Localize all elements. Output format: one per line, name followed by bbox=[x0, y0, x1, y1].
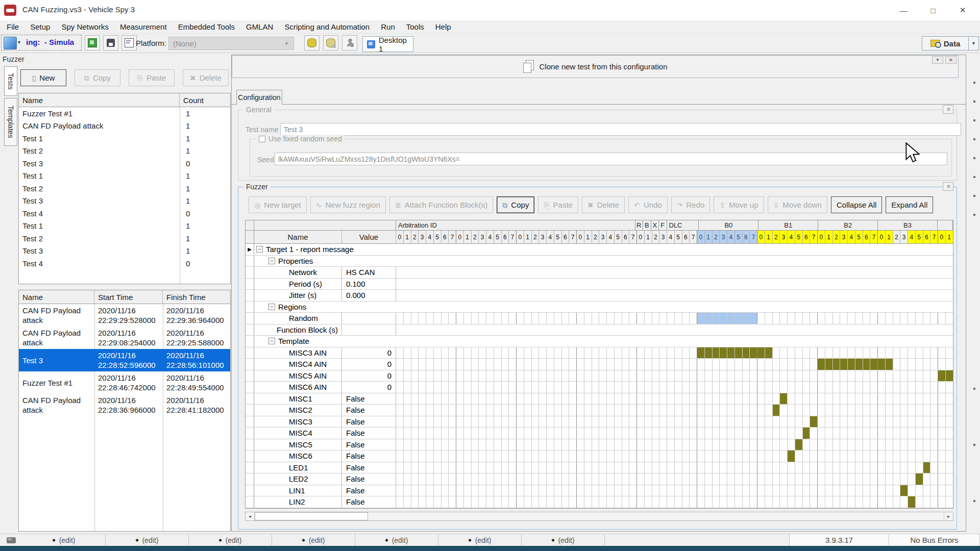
bit-cell[interactable] bbox=[502, 313, 509, 324]
bit-cell[interactable] bbox=[404, 462, 411, 473]
bit-cell[interactable] bbox=[713, 347, 720, 359]
bit-cell[interactable] bbox=[840, 462, 848, 473]
bit-cell[interactable] bbox=[916, 428, 923, 439]
bit-cell[interactable] bbox=[818, 313, 825, 324]
bit-cell[interactable] bbox=[855, 393, 863, 405]
bit-cell[interactable] bbox=[727, 347, 735, 359]
bit-cell[interactable] bbox=[562, 485, 570, 496]
bit-cell[interactable] bbox=[757, 416, 765, 428]
bit-cell[interactable] bbox=[788, 462, 795, 473]
bit-cell[interactable] bbox=[773, 496, 780, 508]
bit-cell[interactable] bbox=[893, 496, 901, 508]
data-button[interactable]: Data bbox=[922, 36, 969, 51]
bit-cell[interactable] bbox=[509, 382, 517, 393]
bit-cell[interactable] bbox=[727, 485, 735, 496]
bit-cell[interactable] bbox=[629, 428, 637, 439]
bit-cell[interactable] bbox=[735, 359, 743, 370]
bit-cell[interactable] bbox=[404, 473, 411, 485]
bit-header-cell[interactable]: 3 bbox=[720, 231, 727, 243]
bit-cell[interactable] bbox=[923, 416, 931, 428]
bit-cell[interactable] bbox=[682, 382, 690, 393]
bit-cell[interactable] bbox=[825, 416, 833, 428]
bit-cell[interactable] bbox=[486, 416, 494, 428]
bit-cell[interactable] bbox=[434, 313, 442, 324]
bit-cell[interactable] bbox=[411, 405, 419, 416]
bit-cell[interactable] bbox=[411, 439, 419, 450]
bit-cell[interactable] bbox=[532, 439, 540, 450]
bit-cell[interactable] bbox=[750, 462, 757, 473]
bit-cell[interactable] bbox=[938, 313, 946, 324]
bit-cell[interactable] bbox=[659, 462, 667, 473]
bit-header-cell[interactable]: 1 bbox=[645, 231, 652, 243]
bit-cell[interactable] bbox=[652, 473, 660, 485]
bit-header-cell[interactable]: 5 bbox=[675, 231, 682, 243]
bit-cell[interactable] bbox=[524, 462, 532, 473]
bit-cell[interactable] bbox=[404, 416, 411, 428]
grid-row-misc2[interactable]: MISC2False bbox=[246, 405, 953, 416]
bit-cell[interactable] bbox=[720, 473, 727, 485]
bit-cell[interactable] bbox=[923, 439, 931, 450]
bit-cell[interactable] bbox=[825, 347, 833, 359]
bit-cell[interactable] bbox=[690, 416, 697, 428]
bit-header-cell[interactable]: 0 bbox=[517, 231, 524, 243]
bit-cell[interactable] bbox=[690, 485, 697, 496]
bit-cell[interactable] bbox=[833, 359, 841, 370]
bit-cell[interactable] bbox=[404, 496, 411, 508]
bit-cell[interactable] bbox=[464, 428, 472, 439]
bit-cell[interactable] bbox=[456, 382, 464, 393]
bit-cell[interactable] bbox=[502, 496, 509, 508]
bit-cell[interactable] bbox=[682, 416, 690, 428]
bit-cell[interactable] bbox=[645, 496, 652, 508]
bit-cell[interactable] bbox=[517, 416, 524, 428]
bit-cell[interactable] bbox=[592, 450, 600, 462]
bit-cell[interactable] bbox=[494, 450, 502, 462]
grid-row-network[interactable]: NetworkHS CAN bbox=[246, 267, 953, 279]
bit-cell[interactable] bbox=[486, 439, 494, 450]
bit-cell[interactable] bbox=[923, 393, 931, 405]
bit-cell[interactable] bbox=[569, 473, 577, 485]
bit-cell[interactable] bbox=[456, 347, 464, 359]
bit-cell[interactable] bbox=[486, 370, 494, 382]
bit-cell[interactable] bbox=[900, 439, 908, 450]
bit-cell[interactable] bbox=[524, 393, 532, 405]
bit-cell[interactable] bbox=[442, 439, 449, 450]
bit-cell[interactable] bbox=[426, 485, 434, 496]
bit-cell[interactable] bbox=[878, 370, 886, 382]
grid-row-led2[interactable]: LED2False bbox=[246, 473, 953, 485]
redo-button[interactable]: ↷Redo bbox=[671, 196, 710, 213]
menu-embedded-tools[interactable]: Embedded Tools bbox=[173, 22, 240, 31]
bit-cell[interactable] bbox=[569, 370, 577, 382]
bit-header-cell[interactable]: 7 bbox=[569, 231, 577, 243]
bit-cell[interactable] bbox=[434, 405, 442, 416]
bit-cell[interactable] bbox=[517, 439, 524, 450]
bit-cell[interactable] bbox=[682, 313, 690, 324]
bit-cell[interactable] bbox=[788, 313, 795, 324]
bit-cell[interactable] bbox=[713, 473, 720, 485]
bit-cell[interactable] bbox=[569, 450, 577, 462]
bit-cell[interactable] bbox=[863, 462, 871, 473]
bit-cell[interactable] bbox=[833, 416, 841, 428]
bit-cell[interactable] bbox=[486, 428, 494, 439]
bit-cell[interactable] bbox=[486, 473, 494, 485]
bit-cell[interactable] bbox=[788, 485, 795, 496]
bit-cell[interactable] bbox=[810, 439, 818, 450]
bit-cell[interactable] bbox=[577, 462, 584, 473]
bit-cell[interactable] bbox=[479, 462, 486, 473]
bit-cell[interactable] bbox=[916, 485, 923, 496]
bit-cell[interactable] bbox=[825, 450, 833, 462]
bit-cell[interactable] bbox=[524, 485, 532, 496]
bit-cell[interactable] bbox=[554, 450, 562, 462]
bit-cell[interactable] bbox=[562, 416, 570, 428]
bit-cell[interactable] bbox=[863, 370, 871, 382]
bit-cell[interactable] bbox=[938, 370, 946, 382]
bit-cell[interactable] bbox=[509, 313, 517, 324]
bit-cell[interactable] bbox=[780, 313, 788, 324]
bit-header-cell[interactable]: 6 bbox=[682, 231, 690, 243]
bit-cell[interactable] bbox=[863, 428, 871, 439]
bit-cell[interactable] bbox=[615, 382, 622, 393]
bit-cell[interactable] bbox=[599, 462, 607, 473]
bit-cell[interactable] bbox=[803, 359, 811, 370]
bit-header-cell[interactable]: 2 bbox=[713, 231, 720, 243]
bit-cell[interactable] bbox=[863, 405, 871, 416]
bit-cell[interactable] bbox=[900, 359, 908, 370]
